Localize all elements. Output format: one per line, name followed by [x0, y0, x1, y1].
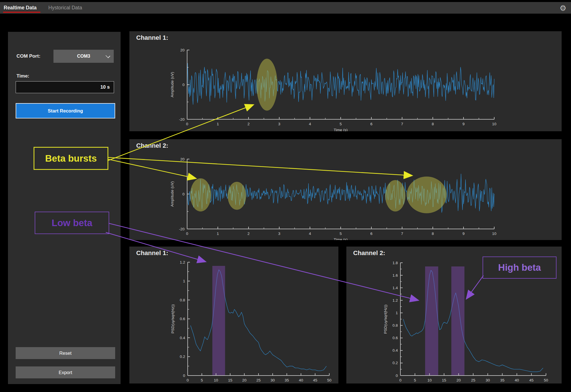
svg-text:0: 0 — [396, 374, 398, 378]
svg-text:10: 10 — [214, 378, 218, 382]
svg-text:10: 10 — [492, 122, 496, 126]
svg-text:0: 0 — [186, 232, 188, 236]
svg-text:0.6: 0.6 — [392, 336, 398, 340]
channel1-timeseries-chart: 012345678910-20020Time (s)Amplitude (uV) — [129, 31, 562, 131]
control-sidebar: COM Port: COM3 Time: Start Recording Res… — [8, 32, 121, 384]
svg-text:6: 6 — [370, 232, 373, 236]
svg-text:10: 10 — [427, 378, 432, 382]
tab-bar: Realtime Data Hystorical Data ⚙ — [0, 2, 571, 14]
time-input[interactable] — [16, 81, 114, 93]
svg-text:40: 40 — [299, 378, 303, 382]
reset-button[interactable]: Reset — [16, 347, 115, 359]
svg-text:0: 0 — [186, 122, 188, 126]
svg-text:Amplitude (uV): Amplitude (uV) — [170, 181, 174, 207]
svg-text:0.8: 0.8 — [392, 323, 398, 328]
svg-text:-20: -20 — [179, 117, 185, 122]
com-port-value: COM3 — [77, 54, 90, 59]
svg-text:40: 40 — [515, 378, 519, 382]
svg-text:0: 0 — [399, 378, 402, 382]
svg-text:2: 2 — [247, 122, 250, 126]
low-beta-annotation: Low beta — [35, 212, 109, 234]
svg-text:5: 5 — [340, 122, 342, 126]
svg-text:45: 45 — [529, 378, 533, 382]
active-tab-underline — [3, 12, 40, 13]
svg-text:1.4: 1.4 — [392, 286, 398, 290]
channel1-psd-panel: Channel 1: 0510152025303540455000.20.40.… — [129, 247, 338, 383]
svg-text:1: 1 — [396, 311, 398, 315]
svg-text:4: 4 — [309, 122, 311, 126]
svg-text:7: 7 — [401, 232, 403, 236]
svg-text:1.8: 1.8 — [392, 261, 398, 265]
svg-text:4: 4 — [309, 232, 311, 236]
svg-text:0.8: 0.8 — [180, 298, 185, 302]
com-port-dropdown[interactable]: COM3 — [53, 50, 114, 63]
svg-text:Time (s): Time (s) — [334, 128, 348, 131]
svg-text:10: 10 — [492, 232, 496, 236]
svg-text:50: 50 — [544, 378, 548, 382]
svg-text:PSD(uy/sqrt(Hz)): PSD(uy/sqrt(Hz)) — [383, 305, 388, 334]
svg-text:0: 0 — [187, 378, 189, 382]
channel2-timeseries-chart: 012345678910-20020Time (s)Amplitude (uV) — [129, 139, 562, 240]
time-label: Time: — [16, 73, 29, 79]
svg-text:0: 0 — [182, 192, 185, 196]
svg-text:35: 35 — [500, 378, 504, 382]
svg-text:2: 2 — [247, 232, 250, 236]
gear-icon[interactable]: ⚙ — [560, 3, 566, 14]
svg-text:1: 1 — [217, 232, 219, 236]
svg-text:0.4: 0.4 — [180, 336, 185, 340]
svg-text:15: 15 — [442, 378, 446, 382]
svg-text:50: 50 — [327, 378, 331, 382]
svg-text:30: 30 — [486, 378, 490, 382]
svg-text:-20: -20 — [179, 227, 185, 231]
svg-text:3: 3 — [278, 232, 280, 236]
svg-text:0.2: 0.2 — [392, 361, 398, 365]
svg-text:1: 1 — [217, 122, 219, 126]
svg-text:0.4: 0.4 — [392, 348, 398, 353]
start-recording-button[interactable]: Start Recording — [16, 103, 115, 118]
high-beta-annotation: High beta — [483, 257, 556, 279]
svg-text:0.2: 0.2 — [180, 355, 185, 359]
svg-text:25: 25 — [471, 378, 475, 382]
export-button[interactable]: Export — [16, 366, 115, 378]
tab-historical-data[interactable]: Hystorical Data — [48, 2, 82, 14]
svg-text:45: 45 — [313, 378, 317, 382]
channel1-psd-chart: 0510152025303540455000.20.40.60.811.2PSD… — [129, 247, 338, 383]
svg-text:Amplitude (uV): Amplitude (uV) — [170, 72, 174, 97]
svg-text:Time (s): Time (s) — [334, 237, 348, 240]
svg-text:5: 5 — [340, 232, 342, 236]
svg-text:7: 7 — [401, 122, 403, 126]
svg-text:20: 20 — [242, 378, 247, 382]
svg-text:25: 25 — [256, 378, 260, 382]
com-port-label: COM Port: — [16, 53, 40, 59]
svg-text:PSD(uy/sqrt(Hz)): PSD(uy/sqrt(Hz)) — [171, 304, 175, 333]
svg-text:20: 20 — [456, 378, 461, 382]
svg-text:0.6: 0.6 — [180, 317, 185, 321]
svg-text:5: 5 — [414, 378, 416, 382]
svg-text:1.2: 1.2 — [392, 298, 398, 303]
svg-text:35: 35 — [285, 378, 289, 382]
svg-text:1: 1 — [183, 279, 185, 283]
svg-text:30: 30 — [270, 378, 275, 382]
channel2-timeseries-panel: Channel 2: 012345678910-20020Time (s)Amp… — [129, 139, 562, 240]
svg-text:20: 20 — [180, 157, 185, 161]
beta-bursts-annotation: Beta bursts — [34, 147, 108, 170]
svg-text:8: 8 — [432, 232, 434, 236]
svg-text:0: 0 — [183, 374, 185, 378]
svg-text:3: 3 — [278, 122, 280, 126]
svg-text:0: 0 — [182, 83, 185, 87]
svg-text:9: 9 — [462, 232, 465, 236]
svg-text:8: 8 — [432, 122, 434, 126]
svg-text:20: 20 — [180, 48, 185, 52]
channel1-timeseries-panel: Channel 1: 012345678910-20020Time (s)Amp… — [129, 31, 562, 131]
svg-text:5: 5 — [201, 378, 203, 382]
svg-text:9: 9 — [462, 122, 465, 126]
svg-text:6: 6 — [370, 122, 373, 126]
svg-text:15: 15 — [228, 378, 232, 382]
svg-text:1.6: 1.6 — [392, 273, 398, 278]
svg-text:1.2: 1.2 — [180, 260, 185, 264]
chevron-down-icon — [105, 53, 110, 58]
